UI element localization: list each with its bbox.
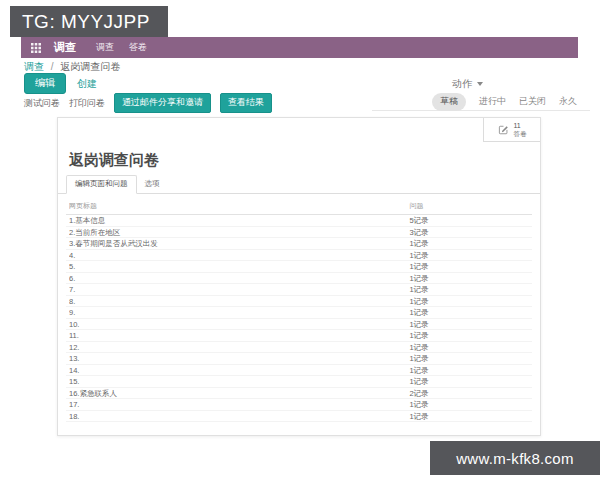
cell-question-count: 1记录 (409, 261, 529, 272)
toolbar-button-2[interactable]: 通过邮件分享和邀请 (114, 93, 211, 113)
breadcrumb-separator: / (51, 61, 54, 72)
cell-page-title: 14. (69, 365, 409, 376)
nav-menus: 调查答卷 (96, 41, 147, 54)
control-panel-buttons: 编辑 创建 (24, 73, 97, 94)
cell-page-title: 6. (69, 273, 409, 284)
table-row[interactable]: 18.1记录 (66, 411, 532, 423)
cell-question-count: 5记录 (409, 215, 529, 226)
cell-question-count: 1记录 (409, 307, 529, 318)
cell-page-title: 13. (69, 353, 409, 364)
breadcrumb-current: 返岗调查问卷 (60, 61, 120, 72)
cell-question-count: 1记录 (409, 365, 529, 376)
table-row[interactable]: 13.1记录 (66, 353, 532, 365)
navbar: 调查 调查答卷 (21, 37, 578, 58)
table-row[interactable]: 10.1记录 (66, 319, 532, 331)
answers-count: 11 (514, 122, 527, 130)
table-row[interactable]: 16.紧急联系人2记录 (66, 388, 532, 400)
cell-page-title: 16.紧急联系人 (69, 388, 409, 399)
toolbar-button-3[interactable]: 查看结果 (220, 93, 272, 113)
table-row[interactable]: 8.1记录 (66, 296, 532, 308)
action-dropdown-label: 动作 (452, 78, 472, 89)
cell-question-count: 1记录 (409, 330, 529, 341)
cell-question-count: 1记录 (409, 284, 529, 295)
cell-question-count: 1记录 (409, 250, 529, 261)
table-row[interactable]: 6.1记录 (66, 273, 532, 285)
cell-question-count: 1记录 (409, 342, 529, 353)
cell-page-title: 5. (69, 261, 409, 272)
table-row[interactable]: 4.1记录 (66, 250, 532, 262)
table-row[interactable]: 3.春节期间是否从武汉出发1记录 (66, 238, 532, 250)
statusbar: 草稿进行中已关闭永久 (372, 93, 590, 111)
table-row[interactable]: 9.1记录 (66, 307, 532, 319)
cell-question-count: 1记录 (409, 273, 529, 284)
answers-label: 答卷 (514, 130, 527, 137)
caret-down-icon (477, 82, 483, 86)
breadcrumb-link-surveys[interactable]: 调查 (24, 61, 44, 72)
nav-menu-1[interactable]: 答卷 (129, 41, 147, 54)
breadcrumb: 调查 / 返岗调查问卷 (24, 60, 120, 74)
apps-grid-icon[interactable] (31, 43, 41, 53)
cell-page-title: 4. (69, 250, 409, 261)
action-dropdown[interactable]: 动作 (452, 77, 483, 91)
smart-button-text: 11 答卷 (514, 122, 527, 138)
cell-page-title: 12. (69, 342, 409, 353)
toolbar-button-1[interactable]: 打印问卷 (69, 97, 105, 110)
column-questions: 问题 (409, 201, 529, 211)
cell-page-title: 17. (69, 399, 409, 410)
cell-question-count: 1记录 (409, 238, 529, 249)
toolbar: 测试问卷打印问卷通过邮件分享和邀请查看结果 (24, 95, 272, 111)
tg-watermark-banner: TG: MYYJJPP (10, 6, 168, 37)
table-row[interactable]: 7.1记录 (66, 284, 532, 296)
cell-page-title: 1.基本信息 (69, 215, 409, 226)
edit-button[interactable]: 编辑 (24, 73, 66, 94)
cell-question-count: 1记录 (409, 376, 529, 387)
cell-page-title: 3.春节期间是否从武汉出发 (69, 238, 409, 249)
table-row[interactable]: 12.1记录 (66, 342, 532, 354)
cell-page-title: 8. (69, 296, 409, 307)
status-state-0[interactable]: 草稿 (432, 93, 466, 111)
table-row[interactable]: 11.1记录 (66, 330, 532, 342)
table-row[interactable]: 1.基本信息5记录 (66, 215, 532, 227)
page: TG: MYYJJPP 调查 调查答卷 调查 / 返岗调查问卷 编辑 创建 动作… (0, 0, 600, 480)
cell-question-count: 3记录 (409, 227, 529, 238)
table-row[interactable]: 5.1记录 (66, 261, 532, 273)
cell-question-count: 1记录 (409, 353, 529, 364)
site-watermark-banner: www.m-kfk8.com (430, 441, 600, 475)
cell-page-title: 18. (69, 411, 409, 422)
tab-1[interactable]: 选项 (137, 176, 168, 193)
nav-menu-0[interactable]: 调查 (96, 41, 114, 54)
table-row[interactable]: 14.1记录 (66, 365, 532, 377)
cell-page-title: 9. (69, 307, 409, 318)
table-row[interactable]: 2.当前所在地区3记录 (66, 227, 532, 239)
column-page-title: 网页标题 (69, 201, 409, 211)
cell-question-count: 1记录 (409, 411, 529, 422)
answers-smart-button[interactable]: 11 答卷 (483, 118, 540, 142)
cell-page-title: 15. (69, 376, 409, 387)
toolbar-button-0[interactable]: 测试问卷 (24, 97, 60, 110)
table-body: 1.基本信息5记录2.当前所在地区3记录3.春节期间是否从武汉出发1记录4.1记… (66, 215, 532, 422)
cell-page-title: 10. (69, 319, 409, 330)
table-header: 网页标题 问题 (66, 199, 532, 215)
table-row[interactable]: 17.1记录 (66, 399, 532, 411)
pages-table: 网页标题 问题 1.基本信息5记录2.当前所在地区3记录3.春节期间是否从武汉出… (66, 199, 532, 422)
form-sheet: 11 答卷 返岗调查问卷 编辑页面和问题选项 网页标题 问题 1.基本信息5记录… (57, 117, 541, 436)
cell-page-title: 11. (69, 330, 409, 341)
create-button[interactable]: 创建 (77, 77, 97, 91)
edit-note-icon (498, 121, 509, 139)
cell-question-count: 1记录 (409, 399, 529, 410)
cell-question-count: 2记录 (409, 388, 529, 399)
app-title[interactable]: 调查 (54, 40, 76, 55)
notebook-tabs: 编辑页面和问题选项 (58, 179, 540, 194)
cell-question-count: 1记录 (409, 319, 529, 330)
table-row[interactable]: 15.1记录 (66, 376, 532, 388)
status-state-3[interactable]: 永久 (559, 95, 577, 108)
status-state-1[interactable]: 进行中 (479, 95, 506, 108)
status-state-2[interactable]: 已关闭 (519, 95, 546, 108)
cell-question-count: 1记录 (409, 296, 529, 307)
survey-title: 返岗调查问卷 (69, 151, 540, 170)
cell-page-title: 7. (69, 284, 409, 295)
tab-0[interactable]: 编辑页面和问题 (66, 175, 137, 194)
cell-page-title: 2.当前所在地区 (69, 227, 409, 238)
